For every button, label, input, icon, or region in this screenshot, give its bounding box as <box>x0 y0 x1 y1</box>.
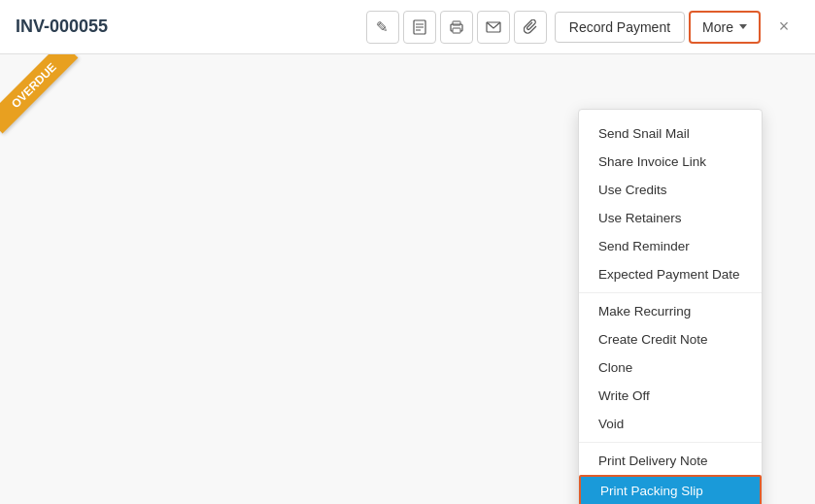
dropdown-item-0-1[interactable]: Share Invoice Link <box>579 148 762 176</box>
close-button[interactable]: × <box>768 12 799 43</box>
dropdown-item-2-0[interactable]: Print Delivery Note <box>579 447 762 475</box>
svg-rect-5 <box>453 28 460 33</box>
attachment-button[interactable] <box>514 11 547 44</box>
dropdown-item-1-2[interactable]: Clone <box>579 353 762 382</box>
dropdown-item-1-0[interactable]: Make Recurring <box>579 297 762 325</box>
more-button[interactable]: More <box>689 11 761 44</box>
dropdown-item-0-0[interactable]: Send Snail Mail <box>579 119 762 148</box>
dropdown-section-2: Print Delivery NotePrint Packing Slip <box>579 442 762 504</box>
dropdown-item-0-4[interactable]: Send Reminder <box>579 232 762 260</box>
dropdown-item-0-2[interactable]: Use Credits <box>579 176 762 204</box>
email-button[interactable] <box>477 11 510 44</box>
main-content: Overdue Send Snail MailShare Invoice Lin… <box>0 54 815 504</box>
toolbar-icons: ✎ <box>366 11 547 44</box>
pdf-button[interactable] <box>403 11 436 44</box>
invoice-title: INV-000055 <box>16 17 366 37</box>
dropdown-menu: Send Snail MailShare Invoice LinkUse Cre… <box>578 109 763 504</box>
modal-container: INV-000055 ✎ <box>0 0 815 504</box>
dropdown-item-0-5[interactable]: Expected Payment Date <box>579 260 762 288</box>
edit-button[interactable]: ✎ <box>366 11 399 44</box>
dropdown-section-1: Make RecurringCreate Credit NoteCloneWri… <box>579 292 762 442</box>
record-payment-button[interactable]: Record Payment <box>555 12 685 43</box>
dropdown-item-1-4[interactable]: Void <box>579 410 762 438</box>
overdue-ribbon: Overdue <box>0 54 87 142</box>
dropdown-item-1-3[interactable]: Write Off <box>579 382 762 410</box>
more-label: More <box>702 19 733 35</box>
header-bar: INV-000055 ✎ <box>0 0 815 54</box>
chevron-down-icon <box>739 24 747 29</box>
dropdown-item-1-1[interactable]: Create Credit Note <box>579 325 762 353</box>
print-button[interactable] <box>440 11 473 44</box>
overdue-label: Overdue <box>0 54 78 133</box>
dropdown-section-0: Send Snail MailShare Invoice LinkUse Cre… <box>579 116 762 292</box>
close-icon: × <box>779 17 790 37</box>
dropdown-item-2-1[interactable]: Print Packing Slip <box>579 475 762 504</box>
dropdown-item-0-3[interactable]: Use Retainers <box>579 204 762 232</box>
